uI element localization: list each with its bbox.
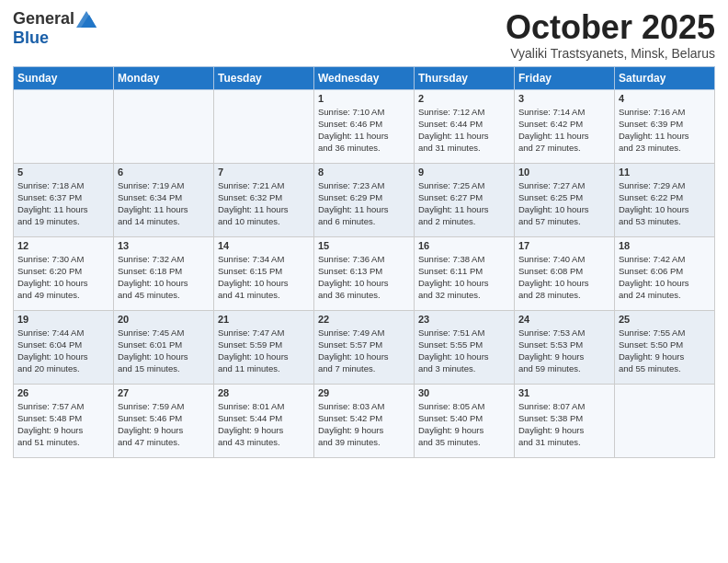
- calendar-cell: 26Sunrise: 7:57 AM Sunset: 5:48 PM Dayli…: [14, 384, 114, 457]
- day-info: Sunrise: 7:55 AM Sunset: 5:50 PM Dayligh…: [619, 327, 711, 375]
- calendar-week-2: 5Sunrise: 7:18 AM Sunset: 6:37 PM Daylig…: [14, 163, 715, 236]
- calendar-cell: 11Sunrise: 7:29 AM Sunset: 6:22 PM Dayli…: [615, 163, 715, 236]
- day-number: 8: [318, 167, 410, 178]
- calendar-cell: 4Sunrise: 7:16 AM Sunset: 6:39 PM Daylig…: [615, 89, 715, 163]
- calendar-cell: 1Sunrise: 7:10 AM Sunset: 6:46 PM Daylig…: [314, 89, 415, 163]
- day-number: 12: [17, 240, 109, 251]
- logo-icon: [76, 11, 97, 28]
- calendar-cell: 21Sunrise: 7:47 AM Sunset: 5:59 PM Dayli…: [214, 310, 314, 384]
- day-info: Sunrise: 7:38 AM Sunset: 6:11 PM Dayligh…: [418, 253, 510, 302]
- day-info: Sunrise: 8:07 AM Sunset: 5:38 PM Dayligh…: [518, 400, 610, 449]
- day-info: Sunrise: 7:36 AM Sunset: 6:13 PM Dayligh…: [318, 253, 410, 302]
- day-info: Sunrise: 7:19 AM Sunset: 6:34 PM Dayligh…: [118, 179, 210, 228]
- col-thursday: Thursday: [415, 66, 515, 89]
- calendar-cell: 29Sunrise: 8:03 AM Sunset: 5:42 PM Dayli…: [314, 384, 415, 457]
- day-number: 2: [418, 93, 510, 104]
- calendar-cell: 2Sunrise: 7:12 AM Sunset: 6:44 PM Daylig…: [415, 89, 515, 163]
- calendar-cell: 18Sunrise: 7:42 AM Sunset: 6:06 PM Dayli…: [615, 236, 715, 310]
- day-info: Sunrise: 7:29 AM Sunset: 6:22 PM Dayligh…: [619, 179, 711, 228]
- day-info: Sunrise: 7:18 AM Sunset: 6:37 PM Dayligh…: [17, 179, 109, 228]
- day-info: Sunrise: 7:59 AM Sunset: 5:46 PM Dayligh…: [118, 400, 210, 449]
- day-number: 18: [619, 240, 711, 251]
- day-number: 25: [619, 314, 711, 325]
- calendar-week-1: 1Sunrise: 7:10 AM Sunset: 6:46 PM Daylig…: [14, 89, 715, 163]
- main-container: General Blue October 2025 Vyaliki Trasts…: [0, 0, 728, 464]
- calendar-cell: 13Sunrise: 7:32 AM Sunset: 6:18 PM Dayli…: [114, 236, 214, 310]
- calendar-cell: 12Sunrise: 7:30 AM Sunset: 6:20 PM Dayli…: [14, 236, 114, 310]
- calendar-cell: [114, 89, 214, 163]
- day-info: Sunrise: 7:12 AM Sunset: 6:44 PM Dayligh…: [418, 106, 510, 155]
- location-subtitle: Vyaliki Trastsyanets, Minsk, Belarus: [506, 46, 715, 61]
- day-number: 13: [118, 240, 210, 251]
- calendar-cell: [214, 89, 314, 163]
- col-tuesday: Tuesday: [214, 66, 314, 89]
- logo-general: General: [13, 9, 74, 29]
- day-info: Sunrise: 7:40 AM Sunset: 6:08 PM Dayligh…: [518, 253, 610, 302]
- calendar-cell: 14Sunrise: 7:34 AM Sunset: 6:15 PM Dayli…: [214, 236, 314, 310]
- col-monday: Monday: [114, 66, 214, 89]
- header: General Blue October 2025 Vyaliki Trasts…: [13, 9, 715, 61]
- calendar-cell: 16Sunrise: 7:38 AM Sunset: 6:11 PM Dayli…: [415, 236, 515, 310]
- calendar-table: Sunday Monday Tuesday Wednesday Thursday…: [13, 66, 715, 458]
- calendar-cell: 20Sunrise: 7:45 AM Sunset: 6:01 PM Dayli…: [114, 310, 214, 384]
- calendar-cell: [14, 89, 114, 163]
- calendar-cell: 3Sunrise: 7:14 AM Sunset: 6:42 PM Daylig…: [515, 89, 615, 163]
- day-number: 1: [318, 93, 410, 104]
- day-info: Sunrise: 8:03 AM Sunset: 5:42 PM Dayligh…: [318, 400, 410, 449]
- day-info: Sunrise: 8:05 AM Sunset: 5:40 PM Dayligh…: [418, 400, 510, 449]
- calendar-cell: 8Sunrise: 7:23 AM Sunset: 6:29 PM Daylig…: [314, 163, 415, 236]
- day-info: Sunrise: 7:47 AM Sunset: 5:59 PM Dayligh…: [218, 327, 310, 375]
- col-sunday: Sunday: [14, 66, 114, 89]
- logo: General Blue: [13, 9, 97, 48]
- col-wednesday: Wednesday: [314, 66, 415, 89]
- calendar-cell: 22Sunrise: 7:49 AM Sunset: 5:57 PM Dayli…: [314, 310, 415, 384]
- calendar-cell: 17Sunrise: 7:40 AM Sunset: 6:08 PM Dayli…: [515, 236, 615, 310]
- calendar-week-4: 19Sunrise: 7:44 AM Sunset: 6:04 PM Dayli…: [14, 310, 715, 384]
- day-info: Sunrise: 7:23 AM Sunset: 6:29 PM Dayligh…: [318, 179, 410, 228]
- day-info: Sunrise: 7:51 AM Sunset: 5:55 PM Dayligh…: [418, 327, 510, 375]
- day-number: 10: [518, 167, 610, 178]
- title-block: October 2025 Vyaliki Trastsyanets, Minsk…: [506, 9, 715, 61]
- day-info: Sunrise: 7:21 AM Sunset: 6:32 PM Dayligh…: [218, 179, 310, 228]
- calendar-cell: 10Sunrise: 7:27 AM Sunset: 6:25 PM Dayli…: [515, 163, 615, 236]
- day-number: 14: [218, 240, 310, 251]
- calendar-cell: 5Sunrise: 7:18 AM Sunset: 6:37 PM Daylig…: [14, 163, 114, 236]
- day-number: 15: [318, 240, 410, 251]
- logo-blue: Blue: [13, 29, 49, 47]
- day-number: 23: [418, 314, 510, 325]
- day-number: 5: [17, 167, 109, 178]
- calendar-cell: 24Sunrise: 7:53 AM Sunset: 5:53 PM Dayli…: [515, 310, 615, 384]
- header-row: Sunday Monday Tuesday Wednesday Thursday…: [14, 66, 715, 89]
- day-info: Sunrise: 7:30 AM Sunset: 6:20 PM Dayligh…: [17, 253, 109, 302]
- day-info: Sunrise: 7:32 AM Sunset: 6:18 PM Dayligh…: [118, 253, 210, 302]
- day-number: 3: [518, 93, 610, 104]
- day-info: Sunrise: 7:53 AM Sunset: 5:53 PM Dayligh…: [518, 327, 610, 375]
- day-number: 4: [619, 93, 711, 104]
- calendar-cell: 27Sunrise: 7:59 AM Sunset: 5:46 PM Dayli…: [114, 384, 214, 457]
- calendar-cell: 7Sunrise: 7:21 AM Sunset: 6:32 PM Daylig…: [214, 163, 314, 236]
- day-number: 9: [418, 167, 510, 178]
- day-number: 21: [218, 314, 310, 325]
- day-info: Sunrise: 7:49 AM Sunset: 5:57 PM Dayligh…: [318, 327, 410, 375]
- col-friday: Friday: [515, 66, 615, 89]
- month-title: October 2025: [506, 9, 715, 46]
- day-info: Sunrise: 7:45 AM Sunset: 6:01 PM Dayligh…: [118, 327, 210, 375]
- day-info: Sunrise: 8:01 AM Sunset: 5:44 PM Dayligh…: [218, 400, 310, 449]
- day-number: 22: [318, 314, 410, 325]
- calendar-cell: 15Sunrise: 7:36 AM Sunset: 6:13 PM Dayli…: [314, 236, 415, 310]
- calendar-cell: 19Sunrise: 7:44 AM Sunset: 6:04 PM Dayli…: [14, 310, 114, 384]
- day-info: Sunrise: 7:10 AM Sunset: 6:46 PM Dayligh…: [318, 106, 410, 155]
- day-info: Sunrise: 7:25 AM Sunset: 6:27 PM Dayligh…: [418, 179, 510, 228]
- calendar-cell: 28Sunrise: 8:01 AM Sunset: 5:44 PM Dayli…: [214, 384, 314, 457]
- calendar-cell: 23Sunrise: 7:51 AM Sunset: 5:55 PM Dayli…: [415, 310, 515, 384]
- day-info: Sunrise: 7:34 AM Sunset: 6:15 PM Dayligh…: [218, 253, 310, 302]
- day-number: 20: [118, 314, 210, 325]
- day-number: 17: [518, 240, 610, 251]
- day-number: 30: [418, 387, 510, 398]
- calendar-cell: 25Sunrise: 7:55 AM Sunset: 5:50 PM Dayli…: [615, 310, 715, 384]
- day-number: 29: [318, 387, 410, 398]
- day-number: 16: [418, 240, 510, 251]
- day-number: 11: [619, 167, 711, 178]
- day-number: 24: [518, 314, 610, 325]
- col-saturday: Saturday: [615, 66, 715, 89]
